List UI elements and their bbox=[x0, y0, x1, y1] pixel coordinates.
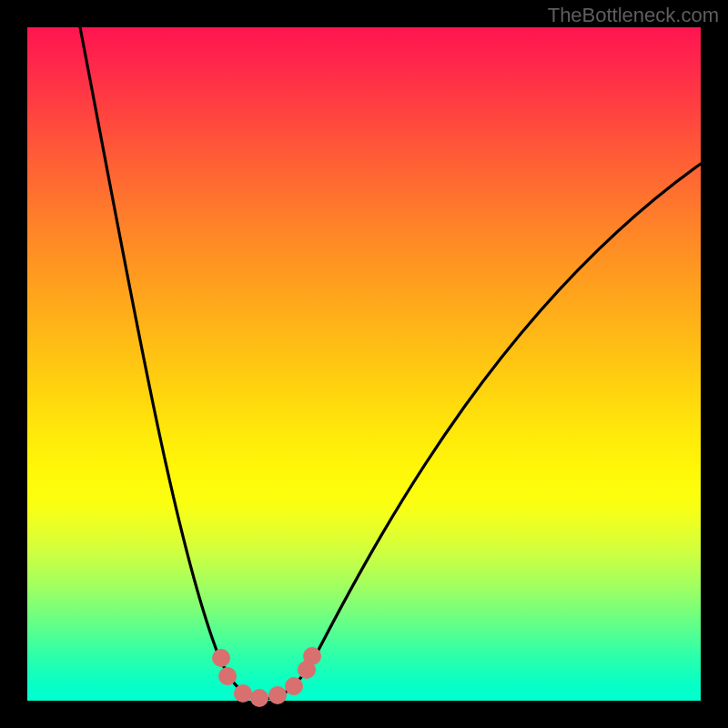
curve-marker bbox=[250, 689, 268, 707]
curve-markers-group bbox=[212, 647, 321, 707]
curve-marker bbox=[303, 647, 321, 665]
curve-marker bbox=[218, 667, 237, 685]
curve-svg bbox=[27, 27, 701, 701]
plot-area bbox=[27, 27, 701, 701]
bottleneck-curve bbox=[80, 27, 701, 699]
watermark-text: TheBottleneck.com bbox=[548, 4, 719, 27]
curve-marker bbox=[234, 684, 252, 703]
curve-marker bbox=[212, 649, 230, 667]
curve-marker bbox=[285, 677, 303, 695]
chart-frame: TheBottleneck.com bbox=[0, 0, 728, 728]
curve-marker bbox=[268, 686, 287, 704]
